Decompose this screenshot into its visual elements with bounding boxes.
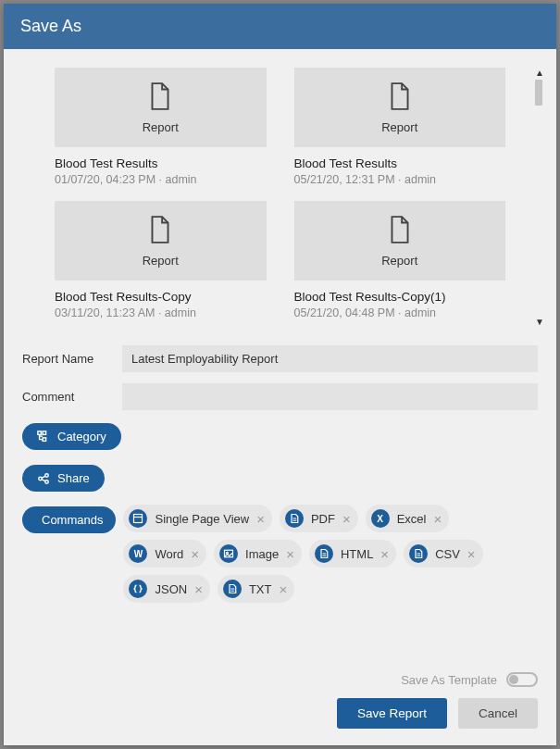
- chip-label: Excel: [397, 512, 427, 526]
- category-button-label: Category: [57, 430, 106, 443]
- browser-tile: ReportBlood Test Results05/21/20, 12:31 …: [294, 68, 506, 193]
- share-icon: [37, 472, 50, 485]
- toggle-knob: [509, 675, 518, 684]
- tile-meta: 01/07/20, 04:23 PM · admin: [55, 173, 267, 186]
- chip-label: Image: [245, 547, 279, 561]
- svg-point-5: [45, 480, 49, 483]
- chip-remove-icon[interactable]: ×: [433, 512, 442, 526]
- item-browser: ReportBlood Test Results01/07/20, 04:23 …: [4, 49, 556, 327]
- save-as-template-toggle[interactable]: [506, 672, 538, 687]
- tile-type-label: Report: [143, 254, 179, 268]
- scroll-thumb[interactable]: [535, 80, 542, 106]
- browser-tile: ReportBlood Test Results-Copy03/11/20, 1…: [55, 201, 267, 327]
- chip-label: TXT: [249, 582, 272, 596]
- tile-type-label: Report: [381, 120, 417, 134]
- report-name-input[interactable]: [122, 345, 538, 372]
- tile-preview[interactable]: Report: [55, 201, 267, 281]
- txt-icon: [223, 580, 242, 598]
- comment-label: Comment: [22, 390, 122, 404]
- word-icon: W: [129, 544, 147, 563]
- tile-meta: 05/21/20, 04:48 PM · admin: [294, 306, 506, 319]
- tile-title: Blood Test Results-Copy: [55, 290, 267, 304]
- chip-remove-icon[interactable]: ×: [286, 547, 294, 561]
- scrollbar[interactable]: ▲ ▼: [534, 68, 545, 327]
- modal-title: Save As: [4, 4, 556, 49]
- command-chip-image[interactable]: Image×: [214, 540, 302, 568]
- document-icon: [148, 215, 172, 248]
- svg-point-3: [39, 477, 43, 481]
- save-as-template-label: Save As Template: [401, 673, 497, 687]
- chip-label: Word: [155, 547, 183, 561]
- excel-icon: X: [371, 509, 390, 528]
- tile-meta: 03/11/20, 11:23 AM · admin: [55, 306, 267, 319]
- chip-remove-icon[interactable]: ×: [191, 547, 199, 561]
- chip-remove-icon[interactable]: ×: [279, 582, 287, 596]
- chip-label: CSV: [435, 547, 460, 561]
- command-chip-excel[interactable]: XExcel×: [366, 505, 450, 532]
- share-button-label: Share: [57, 471, 90, 485]
- share-button[interactable]: Share: [22, 465, 105, 492]
- tile-title: Blood Test Results: [55, 156, 267, 170]
- browser-tile: ReportBlood Test Results-Copy(1)05/21/20…: [294, 201, 506, 327]
- command-chip-txt[interactable]: TXT×: [218, 575, 294, 603]
- chip-remove-icon[interactable]: ×: [380, 547, 389, 561]
- report-name-row: Report Name: [4, 340, 556, 378]
- chip-remove-icon[interactable]: ×: [194, 582, 203, 596]
- document-icon: [388, 215, 412, 248]
- html-icon: [315, 544, 333, 563]
- save-report-button[interactable]: Save Report: [337, 698, 447, 729]
- command-chip-html[interactable]: HTML×: [309, 540, 396, 568]
- tile-title: Blood Test Results-Copy(1): [294, 290, 506, 304]
- report-name-label: Report Name: [22, 352, 122, 366]
- comment-input[interactable]: [122, 383, 538, 410]
- command-chip-single-page-view[interactable]: Single Page View×: [123, 505, 271, 532]
- svg-rect-2: [43, 437, 46, 441]
- category-button[interactable]: Category: [22, 423, 121, 450]
- csv-icon: [409, 544, 428, 563]
- json-icon: [129, 580, 147, 598]
- chip-remove-icon[interactable]: ×: [342, 512, 351, 526]
- scroll-down-arrow[interactable]: ▼: [535, 317, 544, 327]
- command-chip-pdf[interactable]: PDF×: [280, 505, 358, 532]
- tile-preview[interactable]: Report: [55, 68, 267, 147]
- svg-rect-8: [134, 515, 143, 523]
- chip-remove-icon[interactable]: ×: [467, 547, 476, 561]
- tile-title: Blood Test Results: [294, 156, 506, 170]
- page-icon: [129, 509, 147, 528]
- tree-icon: [37, 431, 50, 443]
- scroll-up-arrow[interactable]: ▲: [535, 68, 544, 78]
- cancel-button[interactable]: Cancel: [458, 698, 538, 729]
- tile-preview[interactable]: Report: [294, 68, 506, 147]
- tile-preview[interactable]: Report: [294, 201, 506, 281]
- tile-meta: 05/21/20, 12:31 PM · admin: [294, 173, 506, 186]
- command-chip-csv[interactable]: CSV×: [404, 540, 483, 568]
- chip-label: PDF: [311, 512, 335, 526]
- tile-type-label: Report: [381, 254, 417, 268]
- svg-point-4: [45, 473, 49, 477]
- image-icon: [219, 544, 238, 563]
- chip-label: Single Page View: [155, 512, 249, 526]
- tile-type-label: Report: [143, 120, 179, 134]
- svg-point-10: [227, 552, 229, 554]
- chip-label: JSON: [155, 582, 187, 596]
- command-chip-word[interactable]: WWord×: [123, 540, 206, 568]
- document-icon: [148, 81, 172, 115]
- commands-button[interactable]: Commands: [22, 506, 116, 533]
- chip-remove-icon[interactable]: ×: [256, 512, 265, 526]
- svg-rect-0: [38, 431, 42, 434]
- commands-button-label: Commands: [42, 513, 103, 527]
- chip-label: HTML: [341, 547, 373, 561]
- comment-row: Comment: [4, 378, 556, 416]
- command-chip-json[interactable]: JSON×: [123, 575, 209, 603]
- modal-footer: Save As Template Save Report Cancel: [4, 661, 556, 745]
- save-as-modal: Save As ReportBlood Test Results01/07/20…: [4, 4, 556, 745]
- commands-row: Commands Single Page View×PDF×XExcel×WWo…: [4, 505, 556, 603]
- browser-tile: ReportBlood Test Results01/07/20, 04:23 …: [55, 68, 267, 193]
- document-icon: [388, 81, 412, 115]
- svg-rect-1: [43, 431, 46, 434]
- pdf-icon: [285, 509, 304, 528]
